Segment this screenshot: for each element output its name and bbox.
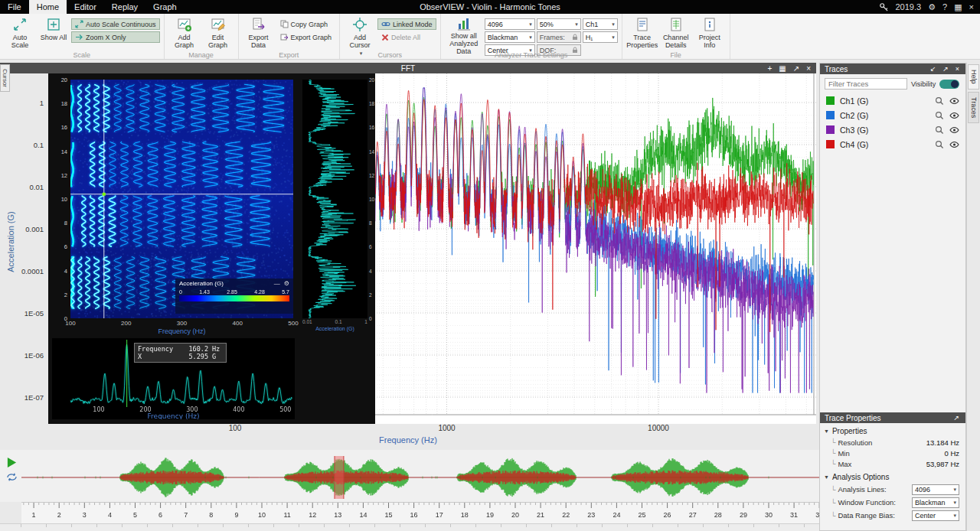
channel-details-button[interactable]: Channel Details <box>660 15 692 49</box>
property-row: └Analysis Lines:4096▾ <box>820 483 965 496</box>
zoom-x-icon <box>75 33 83 41</box>
colorbar-gear-icon[interactable]: ⚙ <box>284 280 289 287</box>
trace-row[interactable]: Ch1 (G) <box>820 93 965 108</box>
menu-graph[interactable]: Graph <box>145 0 185 14</box>
zoom-x-only-toggle[interactable]: Zoom X Only <box>71 31 160 43</box>
show-all-button[interactable]: Show All <box>38 15 70 49</box>
time-history-y-tick: 6 <box>369 244 375 249</box>
project-info-button[interactable]: Project Info <box>694 15 726 49</box>
add-cursor-button[interactable]: Add Cursor ▾ <box>344 15 376 57</box>
minimize-icon[interactable]: — <box>274 280 280 287</box>
property-label: Data Range Bias: <box>838 511 894 520</box>
property-select[interactable]: 4096▾ <box>912 484 959 495</box>
key-icon[interactable] <box>879 2 889 12</box>
property-select[interactable]: Center▾ <box>912 510 959 521</box>
magnifier-icon[interactable] <box>935 140 944 149</box>
traces-panel-header[interactable]: Traces ↙↗× <box>820 64 965 74</box>
magnifier-icon[interactable] <box>935 125 944 135</box>
eye-icon[interactable] <box>949 141 959 148</box>
gear-icon[interactable]: ⚙ <box>928 2 936 12</box>
y-tick-label: 0.0001 <box>21 267 44 275</box>
auto-scale-continuous-toggle[interactable]: Auto Scale Continuous <box>71 18 160 30</box>
spectrogram-y-tick: 16 <box>52 124 67 131</box>
y-tick-label: 1E-07 <box>24 393 44 402</box>
window-function-dropdown[interactable]: Blackman▾ <box>485 31 535 43</box>
menu-replay[interactable]: Replay <box>104 0 145 14</box>
expand-icon[interactable]: ↗ <box>793 64 799 73</box>
spectrogram-x-tick: 100 <box>61 320 80 327</box>
edit-graph-button[interactable]: Edit Graph <box>202 15 234 49</box>
loop-button[interactable] <box>5 472 19 483</box>
float-icon[interactable]: ↗ <box>942 65 949 73</box>
property-label: Min <box>838 449 849 458</box>
linked-mode-toggle[interactable]: Linked Mode <box>377 18 436 30</box>
tree-branch-glyph: └ <box>831 499 835 507</box>
magnifier-icon[interactable] <box>935 111 944 120</box>
export-graph-button[interactable]: Export Graph <box>276 31 336 43</box>
trace-properties-header[interactable]: Trace Properties ↗ <box>820 412 965 423</box>
cursor-side-tab[interactable]: Cursor <box>0 64 10 92</box>
titlebar-right: 2019.3 ⚙ ? ▦ × <box>879 2 980 12</box>
delete-all-button[interactable]: Delete All <box>377 31 436 43</box>
filter-traces-input[interactable] <box>825 78 907 90</box>
colorbar-tick-label: 1.43 <box>199 289 210 295</box>
spectrogram-y-tick: 14 <box>52 148 67 155</box>
magnifier-icon[interactable] <box>935 96 944 106</box>
expand-panel-icon[interactable]: ↗ <box>953 414 959 422</box>
copy-graph-button[interactable]: Copy Graph <box>276 18 336 30</box>
dock-icon[interactable]: ↙ <box>930 65 936 73</box>
export-graph-icon <box>280 33 289 41</box>
colorbar-tick-label: 4.28 <box>254 289 265 295</box>
eye-icon[interactable] <box>949 112 959 119</box>
add-graph-button[interactable]: Add Graph <box>168 15 201 49</box>
colorbar-tick-label: 5.7 <box>282 289 289 295</box>
frames-label: Frames: <box>540 34 565 41</box>
menu-file[interactable]: File <box>0 0 29 14</box>
auto-scale-button[interactable]: Auto Scale <box>4 15 36 49</box>
spectrogram-y-tick: 10 <box>52 196 67 203</box>
eye-icon[interactable] <box>949 97 959 105</box>
close-icon[interactable]: × <box>969 2 974 11</box>
colorbar[interactable]: Acceleration (G) —⚙ 01.432.854.285.7 <box>175 279 293 314</box>
eye-icon[interactable] <box>949 126 959 134</box>
show-all-analyzed-button[interactable]: Show all Analyzed Data <box>445 15 483 55</box>
fft-window-header[interactable]: FFT + ▦ ↗ × <box>0 63 816 73</box>
menu-home[interactable]: Home <box>29 0 67 14</box>
help-icon[interactable]: ? <box>942 2 947 11</box>
menu-editor[interactable]: Editor <box>67 0 104 14</box>
analysis-lines-dropdown[interactable]: 4096▾ <box>485 18 535 30</box>
visibility-toggle[interactable] <box>939 80 959 89</box>
play-button[interactable] <box>6 457 18 469</box>
traces-panel-title: Traces <box>825 65 848 73</box>
property-row: └Min0 Hz <box>820 448 965 458</box>
readout-label: X <box>138 353 182 360</box>
frames-field[interactable]: Frames: <box>537 31 581 43</box>
close-window-icon[interactable]: × <box>806 64 811 73</box>
dropdown-caret-icon: ▾ <box>953 487 956 493</box>
property-select[interactable]: Blackman▾ <box>912 497 959 508</box>
trace-row[interactable]: Ch4 (G) <box>820 137 965 151</box>
split-view-icon[interactable]: ▦ <box>779 64 786 73</box>
add-window-icon[interactable]: + <box>767 64 772 73</box>
overlap-dropdown[interactable]: 50%▾ <box>537 18 581 30</box>
ribbon-group-analyzer: Show all Analyzed Data 4096▾ Blackman▾ C… <box>441 14 622 59</box>
properties-section-header[interactable]: ▼Analysis Options <box>820 471 965 483</box>
estimator-dropdown[interactable]: H₁▾ <box>583 31 618 43</box>
side-tab-help[interactable]: Help <box>968 64 979 90</box>
channel-dropdown[interactable]: Ch1▾ <box>583 18 618 30</box>
trace-properties-button[interactable]: Trace Properties <box>626 15 658 49</box>
add-graph-icon <box>177 17 192 32</box>
trace-row[interactable]: Ch3 (G) <box>820 122 965 137</box>
properties-section-header[interactable]: ▼Properties <box>820 425 965 437</box>
side-tab-traces[interactable]: Traces <box>968 92 979 123</box>
property-label: Window Function: <box>838 498 896 507</box>
layout-icon[interactable]: ▦ <box>954 2 962 12</box>
time-history-y-tick: 12 <box>369 173 375 178</box>
time-history-plot[interactable] <box>302 80 368 318</box>
trace-row[interactable]: Ch2 (G) <box>820 108 965 122</box>
time-history-y-tick: 10 <box>369 197 375 202</box>
fft-x-axis: 100100010000 <box>0 424 816 435</box>
analysis-lines-value: 4096 <box>488 21 503 28</box>
export-data-button[interactable]: Export Data <box>243 15 275 49</box>
close-panel-icon[interactable]: × <box>956 65 959 73</box>
